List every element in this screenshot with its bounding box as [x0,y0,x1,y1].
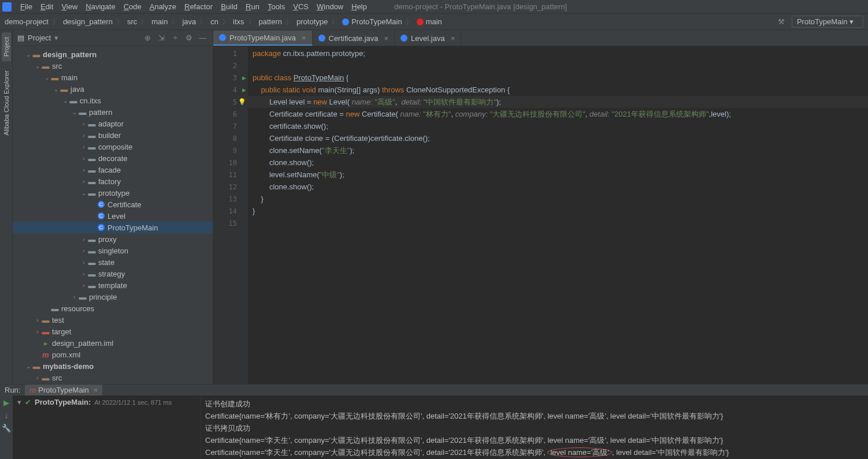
editor-tab-ProtoTypeMain.java[interactable]: ProtoTypeMain.java× [213,31,313,46]
run-marker-icon[interactable]: ▶ [242,75,246,81]
select-opened-icon[interactable]: ⊕ [142,33,153,43]
close-icon[interactable]: × [384,34,388,43]
tree-item-pattern[interactable]: ⌄▬pattern [13,106,213,118]
gutter-line-9[interactable]: 9 [213,144,247,156]
gutter-line-13[interactable]: 13 [213,193,247,205]
chevron-down-icon[interactable]: ▾ [17,398,21,406]
run-tab[interactable]: m ProtoTypeMain × [25,385,102,395]
menu-analyze[interactable]: Analyze [146,2,180,11]
gutter-line-11[interactable]: 11 [213,169,247,181]
code-editor[interactable]: package cn.itxs.pattern.prototype;public… [248,46,868,384]
code-line-15[interactable] [248,217,868,229]
menu-window[interactable]: Window [313,2,347,11]
gutter-line-4[interactable]: 4▶ [213,84,247,96]
build-icon[interactable]: ⚒ [778,17,787,27]
tree-item-singleton[interactable]: ›▬singleton [13,245,213,256]
code-line-8[interactable]: Certificate clone = (Certificate)certifi… [248,132,868,144]
tree-item-proxy[interactable]: ›▬proxy [13,233,213,245]
code-line-14[interactable]: } [248,205,868,217]
editor-tab-Certificate.java[interactable]: Certificate.java× [313,31,395,46]
tree-item-test[interactable]: ›▬test [13,314,213,326]
sidebar-tab-project[interactable]: Project [2,32,11,61]
sidebar-tab-alibaba[interactable]: Alibaba Cloud Explorer [2,66,11,140]
code-line-4[interactable]: public static void main(String[] args) t… [248,84,868,96]
tree-item-template[interactable]: ›▬template [13,279,213,291]
tree-item-ProtoTypeMain[interactable]: CProtoTypeMain [13,222,213,233]
code-line-6[interactable]: Certificate certificate = new Certificat… [248,108,868,120]
project-tree[interactable]: ⌄▬design_pattern⌄▬src⌄▬main⌄▬java⌄▬cn.it… [13,46,213,384]
run-config-selector[interactable]: ProtoTypeMain ▾ [792,16,863,28]
tree-item-builder[interactable]: ›▬builder [13,129,213,141]
bulb-icon[interactable]: 💡 [238,98,246,106]
tree-item-cn-itxs[interactable]: ⌄▬cn.itxs [13,95,213,106]
breadcrumb-demo-project[interactable]: demo-project [5,17,49,26]
menu-run[interactable]: Run [242,2,264,11]
gutter-line-15[interactable]: 15 [213,217,247,229]
menu-help[interactable]: Help [347,2,371,11]
breadcrumb-pattern[interactable]: pattern [259,17,282,26]
close-icon[interactable]: × [451,34,455,43]
menu-refactor[interactable]: Refactor [180,2,217,11]
hide-icon[interactable]: — [198,33,208,43]
breadcrumb-java[interactable]: java [182,17,196,26]
gutter-line-1[interactable]: 1 [213,47,247,59]
gutter-line-5[interactable]: 5💡 [213,96,247,108]
gutter-line-2[interactable]: 2 [213,59,247,72]
breadcrumb-main[interactable]: main [417,17,442,26]
gutter-line-12[interactable]: 12 [213,181,247,193]
code-line-10[interactable]: clone.show(); [248,156,868,169]
code-line-13[interactable]: } [248,193,868,205]
tree-item-src[interactable]: ⌄▬src [13,60,213,72]
breadcrumb-src[interactable]: src [127,17,137,26]
tree-item-target[interactable]: ›▬target [13,326,213,337]
breadcrumb-itxs[interactable]: itxs [233,17,244,26]
stop-icon[interactable]: ↓ [2,411,11,420]
tree-item-Level[interactable]: CLevel [13,210,213,222]
tree-item-resources[interactable]: ▬resources [13,303,213,314]
menu-navigate[interactable]: Navigate [81,2,119,11]
code-line-1[interactable]: package cn.itxs.pattern.prototype; [248,47,868,59]
menu-code[interactable]: Code [120,2,146,11]
tree-item-composite[interactable]: ›▬composite [13,141,213,152]
code-line-9[interactable]: clone.setName("李天生"); [248,144,868,156]
close-icon[interactable]: × [94,386,98,394]
code-line-12[interactable]: clone.show(); [248,181,868,193]
menu-file[interactable]: File [16,2,36,11]
tree-item-factory[interactable]: ›▬factory [13,176,213,187]
gutter-line-14[interactable]: 14 [213,205,247,217]
menu-edit[interactable]: Edit [36,2,57,11]
tree-item-src[interactable]: ›▬src [13,372,213,383]
settings-icon[interactable]: 🔧 [2,423,11,432]
tree-item-main[interactable]: ⌄▬main [13,72,213,83]
run-icon[interactable]: ▶ [2,398,11,407]
breadcrumb-design_pattern[interactable]: design_pattern [63,17,113,26]
menu-view[interactable]: View [57,2,81,11]
menu-build[interactable]: Build [217,2,242,11]
tree-item-prototype[interactable]: ⌄▬prototype [13,187,213,199]
gutter-line-3[interactable]: 3▶ [213,72,247,84]
breadcrumb-cn[interactable]: cn [210,17,218,26]
code-line-7[interactable]: certificate.show(); [248,120,868,132]
tree-item-mybatis-demo[interactable]: ⌄▬mybatis-demo [13,360,213,372]
run-marker-icon[interactable]: ▶ [242,87,246,93]
tree-item-strategy[interactable]: ›▬strategy [13,268,213,279]
expand-all-icon[interactable]: ⇲ [156,33,166,43]
tree-item-Certificate[interactable]: CCertificate [13,199,213,210]
gutter-line-7[interactable]: 7 [213,120,247,132]
tree-item-design_pattern[interactable]: ⌄▬design_pattern [13,48,213,60]
panel-title[interactable]: ▤ Project ▾ [17,33,58,42]
breadcrumb-main[interactable]: main [151,17,168,26]
tree-item-facade[interactable]: ›▬facade [13,164,213,176]
gear-icon[interactable]: ⚙ [184,33,194,43]
tree-item-design_pattern-iml[interactable]: ▸design_pattern.iml [13,337,213,349]
menu-vcs[interactable]: VCS [289,2,313,11]
tree-item-pom-xml[interactable]: mpom.xml [13,349,213,360]
tree-item-adaptor[interactable]: ›▬adaptor [13,118,213,129]
code-line-5[interactable]: Level level = new Level( name: "高级", det… [248,96,868,108]
collapse-all-icon[interactable]: ÷ [170,33,180,43]
close-icon[interactable]: × [302,33,306,42]
code-line-3[interactable]: public class ProtoTypeMain { [248,72,868,84]
code-line-2[interactable] [248,59,868,72]
tree-item-state[interactable]: ›▬state [13,256,213,268]
tree-item-java[interactable]: ⌄▬java [13,83,213,95]
